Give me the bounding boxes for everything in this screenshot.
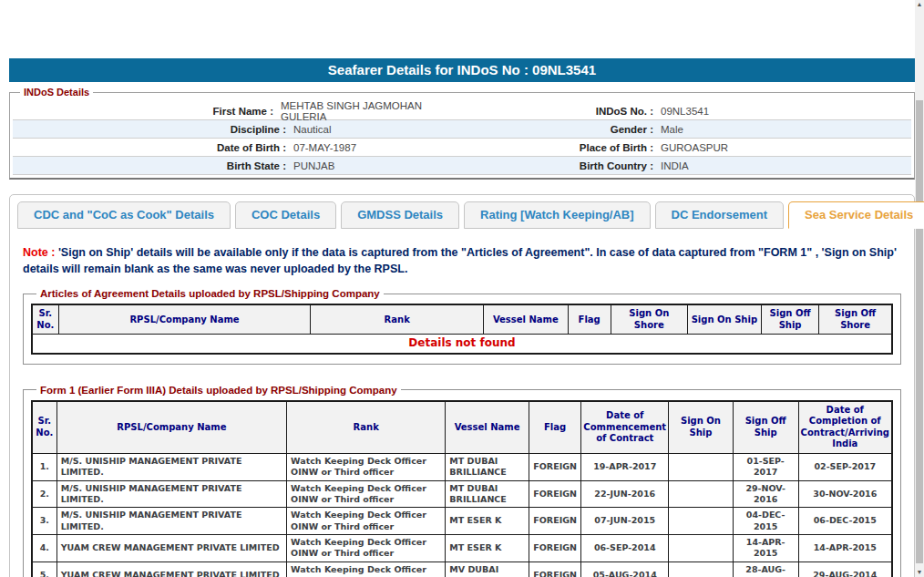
col-sign-off-ship: Sign Off Ship xyxy=(733,401,798,454)
cell-commencement: 19-APR-2017 xyxy=(581,453,669,480)
cell-completion: 14-APR-2015 xyxy=(798,534,892,562)
cell-vessel: MT ESER K xyxy=(446,508,529,535)
cell-company: YUAM CREW MANAGEMENT PRIVATE LIMITED xyxy=(56,562,286,577)
date-of-birth-value: 07-MAY-1987 xyxy=(293,142,356,153)
tab-gmdss-details[interactable]: GMDSS Details xyxy=(341,201,459,229)
col-rpsl-company-name: RPSL/Company Name xyxy=(56,401,286,454)
table-row: 2. M/S. UNISHIP MANAGEMENT PRIVATE LIMIT… xyxy=(32,480,892,508)
cell-commencement: 06-SEP-2014 xyxy=(581,534,669,562)
cell-sign-off-ship: 28-AUG-2014 xyxy=(733,562,798,577)
cell-flag: FOREIGN xyxy=(529,562,581,577)
cell-completion: 06-DEC-2015 xyxy=(798,508,892,535)
table-row: 4. YUAM CREW MANAGEMENT PRIVATE LIMITED … xyxy=(32,534,892,562)
cell-commencement: 22-JUN-2016 xyxy=(581,480,669,508)
place-of-birth-value: GUROASPUR xyxy=(661,142,728,153)
note-text: 'Sign on Ship' details will be available… xyxy=(23,246,897,275)
cell-rank: Watch Keeping Deck Officer OINW or Third… xyxy=(287,508,446,535)
articles-of-agreement-table: Sr. No. RPSL/Company Name Rank Vessel Na… xyxy=(31,304,893,355)
cell-flag: FOREIGN xyxy=(529,508,581,535)
empty-row: Details not found xyxy=(32,335,892,354)
cell-sign-off-ship: 14-APR-2015 xyxy=(733,534,798,562)
tab-dc-endorsement[interactable]: DC Endorsement xyxy=(655,201,784,229)
cell-completion: 30-NOV-2016 xyxy=(798,480,892,508)
cell-sign-off-ship: 01-SEP-2017 xyxy=(733,453,798,480)
first-name-value: MEHTAB SINGH JAGMOHAN GULERIA xyxy=(281,100,462,122)
cell-company: M/S. UNISHIP MANAGEMENT PRIVATE LIMITED. xyxy=(56,453,286,480)
vertical-scrollbar[interactable]: ▲ ▼ xyxy=(915,0,924,577)
form1-details-table: Sr. No. RPSL/Company Name Rank Vessel Na… xyxy=(31,400,893,577)
scroll-up-icon[interactable]: ▲ xyxy=(915,0,924,9)
cell-sr-no: 1. xyxy=(32,453,56,480)
cell-completion: 02-SEP-2017 xyxy=(798,453,892,480)
col-sr-no: Sr. No. xyxy=(32,401,56,454)
birth-country-value: INDIA xyxy=(661,160,689,171)
col-sign-on-shore: Sign On Shore xyxy=(611,304,687,335)
col-sign-on-ship: Sign On Ship xyxy=(669,401,734,454)
tab-coc-details[interactable]: COC Details xyxy=(235,201,336,229)
scrollbar-thumb[interactable] xyxy=(916,100,923,563)
scroll-down-icon[interactable]: ▼ xyxy=(915,568,924,577)
col-flag: Flag xyxy=(568,304,611,335)
gender-value: Male xyxy=(661,124,683,135)
col-sign-off-shore: Sign Off Shore xyxy=(819,304,892,335)
cell-sr-no: 4. xyxy=(32,534,56,562)
indos-details-legend: INDoS Details xyxy=(20,87,93,98)
tab-strip: CDC and "CoC as Cook" Details COC Detail… xyxy=(15,201,909,229)
col-rank: Rank xyxy=(311,304,484,335)
cell-flag: FOREIGN xyxy=(529,480,581,508)
cell-completion: 29-AUG-2014 xyxy=(798,562,892,577)
detail-row-state-country: Birth State : PUNJAB Birth Country : IND… xyxy=(13,157,911,175)
note-prefix: Note : xyxy=(23,246,58,259)
detail-row-name-indos: First Name : MEHTAB SINGH JAGMOHAN GULER… xyxy=(13,102,911,120)
discipline-label: Discipline : xyxy=(13,124,286,135)
page-title: Seafarer Details for INDoS No : 09NL3541 xyxy=(9,58,915,82)
date-of-birth-label: Date of Birth : xyxy=(13,142,286,153)
place-of-birth-label: Place of Birth : xyxy=(462,142,653,153)
tab-cdc-coc-cook-details[interactable]: CDC and "CoC as Cook" Details xyxy=(17,201,231,229)
cell-sign-off-ship: 29-NOV-2016 xyxy=(733,480,798,508)
detail-row-birth-place: Date of Birth : 07-MAY-1987 Place of Bir… xyxy=(13,139,911,157)
cell-rank: Watch Keeping Deck Officer OINW or Third… xyxy=(287,562,446,577)
col-rank: Rank xyxy=(287,401,446,454)
cell-sr-no: 5. xyxy=(32,562,56,577)
articles-header-row: Sr. No. RPSL/Company Name Rank Vessel Na… xyxy=(32,304,892,335)
cell-sr-no: 2. xyxy=(32,480,56,508)
cell-sign-on-ship xyxy=(669,453,734,480)
col-sr-no: Sr. No. xyxy=(32,304,58,335)
col-flag: Flag xyxy=(529,401,581,454)
form1-details-legend: Form 1 (Earlier Form IIIA) Details uploa… xyxy=(36,385,401,396)
col-rpsl-company-name: RPSL/Company Name xyxy=(58,304,311,335)
indos-no-label: INDoS No. : xyxy=(462,106,653,117)
col-sign-on-ship: Sign On Ship xyxy=(687,304,761,335)
cell-sign-on-ship xyxy=(669,480,734,508)
discipline-value: Nautical xyxy=(293,124,332,135)
cell-vessel: MT DUBAI BRILLIANCE xyxy=(446,453,529,480)
birth-country-label: Birth Country : xyxy=(462,160,653,171)
cell-sign-on-ship xyxy=(669,562,734,577)
cell-commencement: 05-AUG-2014 xyxy=(581,562,669,577)
cell-sign-on-ship xyxy=(669,508,734,535)
birth-state-label: Birth State : xyxy=(13,160,286,171)
details-not-found-message: Details not found xyxy=(32,335,892,354)
form1-header-row: Sr. No. RPSL/Company Name Rank Vessel Na… xyxy=(32,401,892,454)
gender-label: Gender : xyxy=(462,124,653,135)
cell-rank: Watch Keeping Deck Officer OINW or Third… xyxy=(287,453,446,480)
col-date-of-completion: Date of Completion of Contract/Arriving … xyxy=(798,401,892,454)
tab-sea-service-details[interactable]: Sea Service Details xyxy=(788,201,924,229)
cell-vessel: MT DUBAI BRILLIANCE xyxy=(446,480,529,508)
table-row: 3. M/S. UNISHIP MANAGEMENT PRIVATE LIMIT… xyxy=(32,508,892,535)
page-viewport: ▲ ▼ Seafarer Details for INDoS No : 09NL… xyxy=(0,0,924,577)
cell-flag: FOREIGN xyxy=(529,534,581,562)
cell-company: M/S. UNISHIP MANAGEMENT PRIVATE LIMITED. xyxy=(56,508,286,535)
form1-details-fieldset: Form 1 (Earlier Form IIIA) Details uploa… xyxy=(23,385,901,577)
articles-of-agreement-legend: Articles of Agreement Details uploaded b… xyxy=(36,288,384,299)
cell-company: YUAM CREW MANAGEMENT PRIVATE LIMITED xyxy=(56,534,286,562)
tabs-panel: CDC and "CoC as Cook" Details COC Detail… xyxy=(9,194,915,577)
col-vessel-name: Vessel Name xyxy=(484,304,569,335)
indos-details-fieldset: INDoS Details First Name : MEHTAB SINGH … xyxy=(9,87,915,180)
cell-vessel: MT ESER K xyxy=(446,534,529,562)
cell-commencement: 07-JUN-2015 xyxy=(581,508,669,535)
tab-rating-watch-keeping-ab[interactable]: Rating [Watch Keeping/AB] xyxy=(464,201,651,229)
col-date-of-commencement: Date of Commencement of Contract xyxy=(581,401,669,454)
cell-sign-on-ship xyxy=(669,534,734,562)
